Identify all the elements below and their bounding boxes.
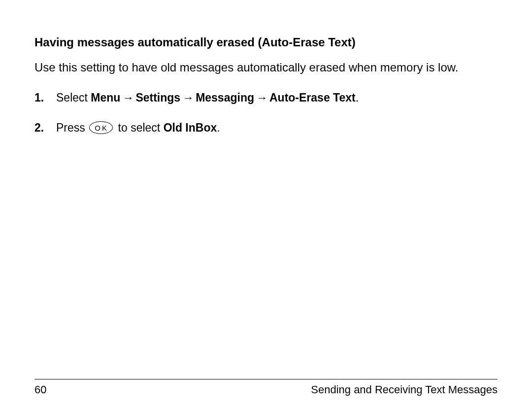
arrow-icon: → bbox=[120, 90, 135, 106]
section-heading: Having messages automatically erased (Au… bbox=[34, 34, 498, 50]
ok-button-icon: OK bbox=[89, 121, 113, 134]
page-number: 60 bbox=[34, 383, 46, 396]
document-page: Having messages automatically erased (Au… bbox=[0, 0, 532, 411]
text: . bbox=[217, 121, 220, 134]
text: Press bbox=[56, 121, 88, 134]
arrow-icon: → bbox=[180, 90, 196, 106]
step-body: Select Menu→Settings→Messaging→Auto-Eras… bbox=[56, 90, 359, 106]
intro-paragraph: Use this setting to have old messages au… bbox=[34, 59, 498, 76]
text: Select bbox=[56, 91, 91, 104]
step-2: 2. Press OK to select Old InBox. bbox=[34, 120, 498, 136]
step-number: 1. bbox=[34, 90, 56, 106]
menu-path-item: Menu bbox=[91, 91, 120, 104]
text: . bbox=[356, 91, 359, 104]
arrow-icon: → bbox=[254, 90, 269, 106]
section-title: Sending and Receiving Text Messages bbox=[311, 383, 498, 396]
text: to select bbox=[115, 121, 163, 134]
footer-row: 60 Sending and Receiving Text Messages bbox=[34, 383, 498, 396]
step-list: 1. Select Menu→Settings→Messaging→Auto-E… bbox=[34, 90, 498, 136]
menu-path-item: Auto-Erase Text bbox=[269, 91, 356, 104]
step-1: 1. Select Menu→Settings→Messaging→Auto-E… bbox=[34, 90, 498, 106]
menu-path-item: Messaging bbox=[196, 91, 254, 104]
step-body: Press OK to select Old InBox. bbox=[56, 120, 220, 136]
selection-target: Old InBox bbox=[164, 121, 217, 134]
menu-path-item: Settings bbox=[135, 91, 180, 104]
step-number: 2. bbox=[34, 120, 56, 136]
footer-divider bbox=[34, 379, 498, 379]
page-footer: 60 Sending and Receiving Text Messages bbox=[34, 379, 498, 396]
